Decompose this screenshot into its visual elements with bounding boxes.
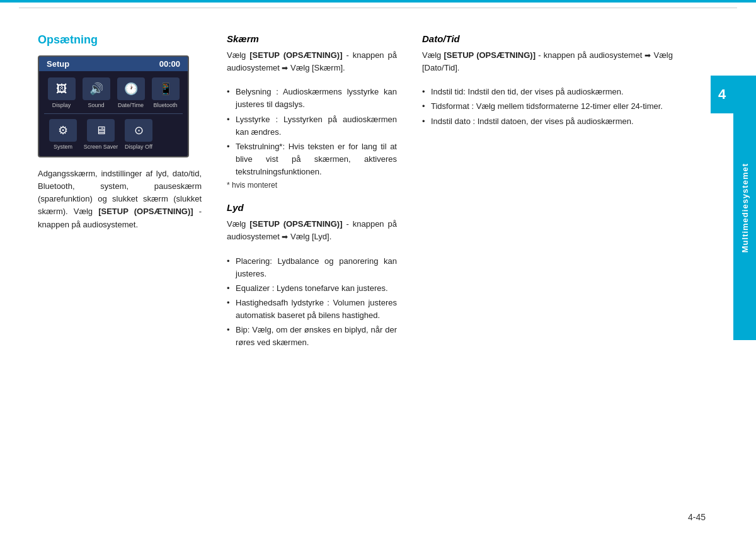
side-tab-label: Multimediesystemet (740, 163, 750, 253)
lyd-bullet-1: Placering: Lydbalance og panorering kan … (227, 255, 397, 280)
lyd-section: Lyd Vælg [SETUP (OPSÆTNING)] - knappen p… (227, 202, 397, 349)
chapter-number-tab: 4 (711, 76, 733, 113)
setup-button-ref1: [SETUP (OPSÆTNING)] (98, 207, 193, 216)
skaerm-intro: Vælg [SETUP (OPSÆTNING)] - knappen på au… (227, 49, 397, 74)
lyd-title: Lyd (227, 202, 397, 213)
lyd-intro: Vælg [SETUP (OPSÆTNING)] - knappen på au… (227, 218, 397, 243)
datotid-setup-ref: [SETUP (OPSÆTNING)] (444, 50, 536, 60)
setup-screen-time: 00:00 (159, 59, 180, 69)
mid-column: Skærm Vælg [SETUP (OPSÆTNING)] - knappen… (214, 33, 410, 362)
setup-icon-sound: 🔊 Sound (83, 77, 110, 108)
skaerm-setup-ref: [SETUP (OPSÆTNING)] (249, 50, 342, 60)
lyd-setup-ref: [SETUP (OPSÆTNING)] (249, 219, 342, 229)
display-icon: 🖼 (48, 77, 76, 100)
setup-icon-display: 🖼 Display (48, 77, 76, 108)
page-number: 4-45 (688, 512, 706, 522)
displayoff-icon: ⊙ (125, 119, 152, 142)
system-icon: ⚙ (49, 119, 77, 142)
datotid-bullets: Indstil tid: Indstil den tid, der vises … (422, 86, 673, 127)
left-body-text: Adgangsskærm, indstillinger af lyd, dato… (38, 168, 202, 231)
datetime-label: Date/Time (118, 102, 144, 108)
setup-icon-bluetooth: 📱 Bluetooth (152, 77, 180, 108)
setup-icons-row2: ⚙ System 🖥 Screen Saver ⊙ Display Off (39, 117, 188, 156)
skaerm-bullet-2: Lysstyrke : Lysstyrken på audioskærmen k… (227, 113, 397, 139)
sound-label: Sound (88, 102, 104, 108)
datotid-title: Dato/Tid (422, 33, 673, 44)
datotid-bullet-3: Indstil dato : Indstil datoen, der vises… (422, 115, 673, 128)
datotid-section: Dato/Tid Vælg [SETUP (OPSÆTNING)] - knap… (422, 33, 673, 128)
lyd-bullet-4: Bip: Vælg, om der ønskes en biplyd, når … (227, 324, 397, 349)
skaerm-bullets: Belysning : Audioskærmens lysstyrke kan … (227, 86, 397, 178)
setup-screen-image: Setup 00:00 🖼 Display 🔊 Sound 🕐 Date/Tim… (38, 55, 189, 157)
skaerm-footnote: * hvis monteret (227, 181, 397, 190)
setup-icons-row1: 🖼 Display 🔊 Sound 🕐 Date/Time 📱 Bluetoot… (39, 71, 188, 111)
top-accent-line (0, 0, 756, 3)
chapter-number: 4 (718, 86, 726, 103)
chapter-side-tab: Multimediesystemet (733, 76, 756, 340)
display-label: Display (52, 102, 71, 108)
setup-divider (44, 113, 183, 114)
lyd-bullets: Placering: Lydbalance og panorering kan … (227, 255, 397, 350)
main-content: Opsætning Setup 00:00 🖼 Display 🔊 Sound … (0, 8, 711, 387)
datotid-intro: Vælg [SETUP (OPSÆTNING)] - knappen på au… (422, 49, 673, 74)
sound-icon: 🔊 (83, 77, 110, 100)
setup-icon-screensaver: 🖥 Screen Saver (82, 119, 120, 150)
right-column: Dato/Tid Vælg [SETUP (OPSÆTNING)] - knap… (410, 33, 673, 362)
bluetooth-icon: 📱 (152, 77, 180, 100)
skaerm-section: Skærm Vælg [SETUP (OPSÆTNING)] - knappen… (227, 33, 397, 190)
left-section-title: Opsætning (38, 33, 202, 47)
left-column: Opsætning Setup 00:00 🖼 Display 🔊 Sound … (38, 33, 214, 362)
setup-screen-header: Setup 00:00 (39, 57, 188, 71)
skaerm-bullet-3: Tekstrulning*: Hvis teksten er for lang … (227, 140, 397, 178)
datotid-bullet-2: Tidsformat : Vælg mellem tidsformaterne … (422, 100, 673, 113)
screensaver-label: Screen Saver (84, 144, 118, 150)
datetime-icon: 🕐 (117, 77, 145, 100)
bluetooth-label: Bluetooth (153, 102, 177, 108)
lyd-bullet-2: Equalizer : Lydens tonefarve kan justere… (227, 282, 397, 295)
skaerm-bullet-1: Belysning : Audioskærmens lysstyrke kan … (227, 86, 397, 111)
datotid-bullet-1: Indstil tid: Indstil den tid, der vises … (422, 86, 673, 98)
lyd-bullet-3: Hastighedsafh lydstyrke : Volumen juster… (227, 297, 397, 322)
setup-icon-datetime: 🕐 Date/Time (117, 77, 145, 108)
system-label: System (54, 144, 72, 150)
displayoff-label: Display Off (125, 144, 152, 150)
screensaver-icon: 🖥 (87, 119, 115, 142)
setup-icon-system: ⚙ System (44, 119, 82, 150)
setup-icon-displayoff: ⊙ Display Off (120, 119, 158, 150)
skaerm-title: Skærm (227, 33, 397, 44)
setup-screen-title: Setup (47, 59, 69, 69)
